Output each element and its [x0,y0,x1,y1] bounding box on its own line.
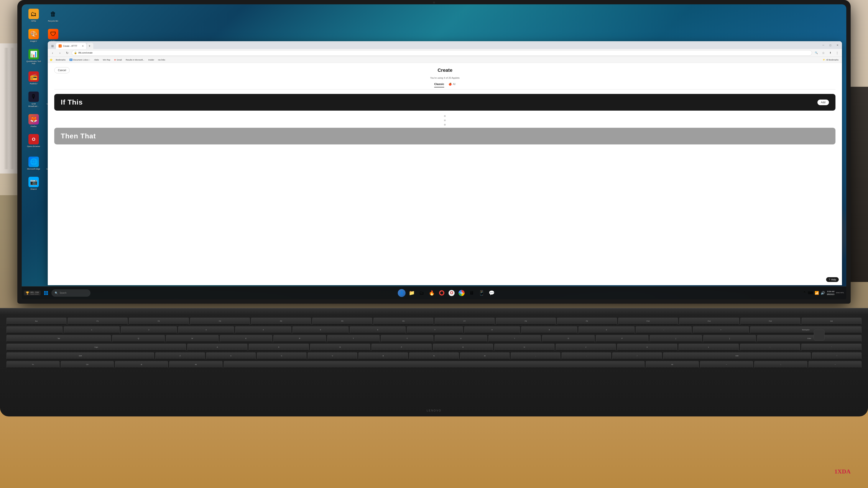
key-enter[interactable]: Enter [757,335,862,342]
desktop-icon-radiodj[interactable]: 📻 RadioDJ [26,71,41,85]
key-up[interactable]: ↑ [812,352,862,359]
desktop-icon-firefox[interactable]: 🦊 Firefox [26,114,41,128]
key-n[interactable]: N [409,352,459,359]
desktop-icon-sam[interactable]: 🎙 SAM Broadcast... [26,92,41,107]
menu-icon[interactable]: ⋮ [834,50,840,56]
key-f4[interactable]: F4 [251,318,311,325]
key-2[interactable]: 2 [121,326,177,333]
key-g[interactable]: G [433,344,493,351]
bookmark-results[interactable]: Results in Microsoft... [124,58,146,61]
bookmark-res[interactable]: res links [156,58,167,61]
desktop-icon-hifile[interactable]: 🗂 HiFile [26,9,41,22]
desktop-icon-avast[interactable]: 🛡 Avira [45,29,61,42]
taskbar-circle[interactable]: ⭕ [437,289,446,298]
key-rshift[interactable]: Shift [663,352,811,359]
download-icon[interactable]: ⬇ [827,50,833,56]
key-fn[interactable]: Fn [6,361,59,368]
key-d[interactable]: D [310,344,370,351]
key-o[interactable]: O [542,335,595,342]
start-button[interactable] [42,289,50,297]
keyboard-icon[interactable]: ⌨ [808,291,813,295]
tab-ifttt[interactable]: if Create - IFTTT ✕ [56,43,86,49]
key-slash[interactable]: / [612,352,662,359]
bookmark-bookmarks[interactable]: Bookmarks [54,58,67,61]
key-f11[interactable]: F11 [679,318,739,325]
key-6[interactable]: 6 [350,326,406,333]
taskbar-phone[interactable]: 📱 [477,289,486,298]
volume-icon[interactable]: 🔊 [821,291,825,295]
key-q[interactable]: Q [112,335,165,342]
key-altgr[interactable]: Alt [646,361,699,368]
taskbar-search[interactable]: 🔍 Search [52,289,91,297]
taskbar-files[interactable]: 🗂 [417,289,426,298]
bookmark-altele[interactable]: Altele [92,58,101,61]
key-lshift[interactable]: Shift [6,352,154,359]
key-w[interactable]: W [166,335,219,342]
key-minus[interactable]: - [636,326,692,333]
key-0[interactable]: 0 [579,326,634,333]
key-x[interactable]: X [206,352,256,359]
key-backspace[interactable]: Backspace [750,326,862,333]
key-del[interactable]: Del [802,318,862,325]
key-a[interactable]: A [187,344,247,351]
key-capslock[interactable]: Caps [6,344,186,351]
minimize-btn[interactable]: ─ [821,43,826,47]
system-clock[interactable]: 9:04 AM 3/8/2023 [827,290,834,296]
refresh-button[interactable]: ↻ [64,50,70,56]
tray-chevron[interactable]: ⌃ [803,291,806,295]
key-v[interactable]: V [308,352,357,359]
key-comma[interactable]: , [511,352,560,359]
star-icon[interactable]: ☆ [820,50,826,56]
key-quote[interactable]: ' [801,344,862,351]
key-rbracket[interactable]: ] [703,335,756,342]
taskbar-whatsapp[interactable]: 💬 [487,289,496,298]
key-8[interactable]: 8 [464,326,520,333]
taskbar-explorer[interactable]: 📁 [407,289,416,298]
key-lbracket[interactable]: [ [650,335,702,342]
key-down[interactable]: ↓ [754,361,807,368]
zoom-icon[interactable]: 🔍 [813,50,819,56]
key-3[interactable]: 3 [178,326,234,333]
bookmark-winrep[interactable]: Win Rep [101,58,112,61]
key-tab[interactable]: Tab [6,335,111,342]
desktop-icon-sharex[interactable]: 📷 ShareX [26,177,41,190]
forward-button[interactable]: › [57,50,63,56]
desktop-icon-opera[interactable]: O Opera Browser [26,134,41,150]
key-l[interactable]: L [679,344,739,351]
key-alt[interactable]: Alt [169,361,222,368]
key-y[interactable]: Y [381,335,433,342]
key-f6[interactable]: F6 [373,318,433,325]
tab-new[interactable]: + [87,43,93,49]
key-f7[interactable]: F7 [435,318,495,325]
tab-ai[interactable]: 🍎 AI [448,83,456,88]
key-equals[interactable]: = [693,326,749,333]
cancel-button[interactable]: Cancel [54,67,70,73]
key-f12[interactable]: F12 [740,318,800,325]
desktop-icon-msedge2[interactable]: 🌐 Microsoft Edge [26,157,41,170]
key-win[interactable]: ⊞ [115,361,168,368]
key-backtick[interactable]: ` [6,326,62,333]
tab-close[interactable]: ✕ [82,45,84,47]
key-f3[interactable]: F3 [190,318,250,325]
key-m[interactable]: M [460,352,509,359]
key-7[interactable]: 7 [407,326,463,333]
key-4[interactable]: 4 [235,326,291,333]
key-c[interactable]: C [257,352,306,359]
bookmark-insider[interactable]: Insider [147,58,156,61]
then-that-block[interactable]: Then That [54,128,835,144]
key-z[interactable]: Z [155,352,205,359]
key-p[interactable]: P [596,335,648,342]
taskbar-fire[interactable]: 🔥 [427,289,436,298]
key-k[interactable]: K [617,344,677,351]
bookmark-gmail[interactable]: M Gmail [113,58,123,61]
key-f[interactable]: F [372,344,432,351]
help-button[interactable]: ? Help [826,277,839,282]
key-i[interactable]: I [489,335,541,342]
key-r[interactable]: R [273,335,326,342]
desktop-icon-recycle[interactable]: 🗑 Recycle Bin [45,9,61,22]
key-b[interactable]: B [359,352,408,359]
taskbar-opera-task[interactable]: O [447,289,456,298]
restore-btn[interactable]: ◻ [828,43,833,47]
key-left[interactable]: ← [700,361,753,368]
key-f9[interactable]: F9 [557,318,617,325]
